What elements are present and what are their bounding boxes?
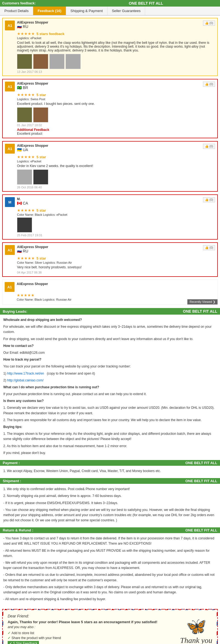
reviewer-name-col-5: AliExpress Shopper 🇷🇺 RU: [17, 245, 48, 255]
shipment-label: Shipment :: [3, 479, 21, 483]
shipment-p2: 2. Normally shipping via post airmail, d…: [3, 493, 217, 499]
feedback-label-1: 5 stars feedback: [36, 32, 64, 36]
logistics-2: Logistics: Swiss Post: [17, 97, 215, 101]
reviewer-name-5: AliExpress Shopper: [17, 245, 48, 249]
tab-feedback[interactable]: Feedback (16): [33, 7, 66, 15]
return-label: Return & Refund :: [3, 528, 33, 532]
tab-product-details[interactable]: Product Details: [0, 7, 33, 15]
like-button-2[interactable]: 👍 (0): [203, 82, 215, 87]
reviewer-name-4: M.: [17, 197, 28, 201]
review-text-1: Cool belt. to look at all well, the clas…: [17, 41, 215, 52]
review-img-1a: [17, 54, 32, 69]
logistics-5: Color Name: Silver Logistics: Russian Ai…: [17, 261, 215, 264]
tab-seller-guarantees[interactable]: Seller Guarantees: [108, 7, 145, 15]
review-img-4a: [17, 217, 32, 232]
thank-you-text: Thank you: [180, 636, 212, 644]
buying-leads-p14: 2. The buyers are responsible for all cu…: [3, 418, 217, 423]
review-date-5: 04 Apr 2017 06:38: [17, 271, 215, 274]
payment-content: 1. We accept Alipay, Escrow, Western Uni…: [0, 466, 220, 478]
payment-title: ONE BELT FIT ALL: [185, 461, 217, 465]
like-button-5[interactable]: 👍 (0): [203, 245, 215, 250]
stars-row-3: ★★★★★ 5 star: [17, 155, 215, 159]
reviewer-flag-4: 🇨🇦 CA: [17, 201, 28, 205]
buying-leads-p9: 2) http://global.cainiao.com/: [3, 378, 217, 383]
reviewer-info-6: A1 AliExpress Shopper: [5, 282, 215, 292]
buying-leads-p11: If your purchase protection time is runn…: [3, 392, 217, 397]
reviewer-avatar-5: A1: [5, 245, 15, 255]
return-p2: - All returned items MUST BE in the orig…: [3, 548, 217, 559]
buying-leads-p15: Buying tips:: [3, 424, 217, 430]
buying-leads-p16: 1. The images shown is for your referenc…: [3, 431, 217, 442]
thank-you-card: 🦋 Thank you Dear Friend: Again, Thanks f…: [2, 609, 218, 644]
reviewer-avatar-2: A1: [5, 82, 15, 91]
review-card-5: 👍 (0) A1 AliExpress Shopper 🇷🇺 RU ★★★★★ …: [2, 242, 218, 277]
stars-3: ★★★★★: [17, 155, 35, 159]
review-date-1: 13 Jan 2017 06:13: [17, 70, 215, 73]
return-p3: - We will refund you only upon receipt o…: [3, 560, 217, 571]
review-card-1: 👍 (0) A1 AliExpress Shopper 🇷🇺 RU ★★★★★ …: [2, 18, 218, 76]
review-images-1: [17, 54, 215, 69]
buying-leads-p7: You can track your parcel on the followi…: [3, 364, 217, 369]
logistics-1: Logistics: ePacket: [17, 36, 215, 40]
like-button-1[interactable]: 👍 (0): [203, 21, 215, 26]
recently-viewed-button[interactable]: Recently Viewed ❯: [187, 299, 218, 304]
reviewer-info-2: A1 AliExpress Shopper 🇧🇷 BR: [5, 82, 215, 91]
shipment-p3: - If it is urgent, please choose EMS/DHL…: [3, 501, 217, 506]
review-text-2: Excellent product. I bought two pieces. …: [17, 102, 215, 106]
review-card-6: A1 AliExpress Shopper ★★★★★ Color Name: …: [2, 280, 218, 305]
review-img-1c: [49, 54, 64, 69]
shipment-content: 1. We only ship to confirmed order addre…: [0, 484, 220, 527]
review-body-3: ★★★★★ 5 star Logistics: ePacket Order in…: [17, 155, 215, 189]
reviewer-name-col-4: M. 🇨🇦 CA: [17, 197, 28, 207]
star-label-4: 5 star: [36, 208, 46, 212]
review-date-4: 25 Feb 2017 19:31: [17, 234, 215, 237]
review-date-3: 26 Oct 2016 06:40: [17, 186, 215, 189]
reviewer-name-2: AliExpress Shopper: [17, 82, 48, 85]
track-link-1[interactable]: http://www.17track.net/en: [7, 372, 44, 375]
star-label-3: 5 star: [36, 155, 46, 159]
review-card-3: 👍 (0) A1 AliExpress Shopper 🇺🇦 UA ★★★★★ …: [2, 141, 218, 192]
reviewer-name-col-1: AliExpress Shopper 🇷🇺 RU: [17, 21, 48, 30]
logistics-4: Color Name: Black Logistics: ePacket: [17, 213, 215, 216]
stars-row-4: ★★★★★ 5 star: [17, 208, 215, 212]
return-p1: - You have 3 days to contact us and 7 da…: [3, 536, 217, 546]
payment-text: 1. We accept Alipay, Escrow, Western Uni…: [3, 468, 217, 474]
feedback-bar-label: Customers feedback:: [2, 1, 74, 5]
review-body-1: ★★★★★ 5 stars feedback Logistics: ePacke…: [17, 31, 215, 73]
review-images-3: [17, 169, 215, 185]
shipment-header: Shipment : ONE BELT FIT ALL: [0, 478, 220, 484]
logistics-6: Color Name: Black Logistics: Russian Air: [17, 298, 215, 301]
review-body-5: ★★★★★ 5 star Color Name: Silver Logistic…: [17, 256, 215, 274]
logistics-3: Logistics: ePacket: [17, 160, 215, 163]
track-link-2[interactable]: http://global.cainiao.com/: [7, 378, 44, 382]
star-label-2: 5 star: [36, 93, 46, 97]
buying-leads-p5: Our Email: edbltd@126.com: [3, 350, 217, 355]
stars-1: ★★★★★: [17, 31, 35, 36]
review-img-1b: [33, 54, 48, 69]
reviewer-flag-2: 🇧🇷 BR: [17, 85, 48, 90]
like-button-3[interactable]: 👍 (0): [203, 144, 215, 149]
return-header: Return & Refund : ONE BELT FIT ALL: [0, 527, 220, 533]
review-text-3: Order in Kiev came 2 weeks. the quality …: [17, 164, 215, 168]
checklist-item-3: ✓5 Star Feedback: [8, 641, 39, 644]
review-card-2: 👍 (0) A1 AliExpress Shopper 🇧🇷 BR ★★★★★ …: [2, 79, 218, 138]
reviewer-name-6: AliExpress Shopper: [17, 282, 48, 286]
thank-you-inner: 🦋 Thank you Dear Friend: Again, Thanks f…: [3, 610, 217, 644]
reviewer-flag-1: 🇷🇺 RU: [17, 24, 48, 29]
buying-leads-p4: How to contact us?: [3, 343, 217, 349]
buying-leads-title: ONE BELT FIT ALL: [183, 309, 217, 314]
reviewer-flag-5: 🇷🇺 RU: [17, 249, 48, 253]
stars-row-1: ★★★★★ 5 stars feedback: [17, 31, 215, 36]
buying-leads-p12: Is there any customs tax?: [3, 398, 217, 404]
reviewer-name-1: AliExpress Shopper: [17, 21, 48, 24]
buying-leads-p2: For wholesale, we will offer discount or…: [3, 324, 217, 335]
star-label-5: 5 star: [36, 256, 46, 260]
tab-shipping-payment[interactable]: Shipping & Payment: [66, 7, 108, 15]
review-img-3b: [33, 169, 48, 185]
review-img-3a: [17, 169, 32, 185]
stars-row-5: ★★★★★ 5 star: [17, 256, 215, 260]
reviewer-info-5: A1 AliExpress Shopper 🇷🇺 RU: [5, 245, 215, 255]
additional-feedback-label-2: Additional Feedback: [17, 128, 215, 132]
review-body-2: ★★★★★ 5 star Logistics: Swiss Post Excel…: [17, 93, 215, 136]
like-button-4[interactable]: 👍 (0): [203, 197, 215, 202]
